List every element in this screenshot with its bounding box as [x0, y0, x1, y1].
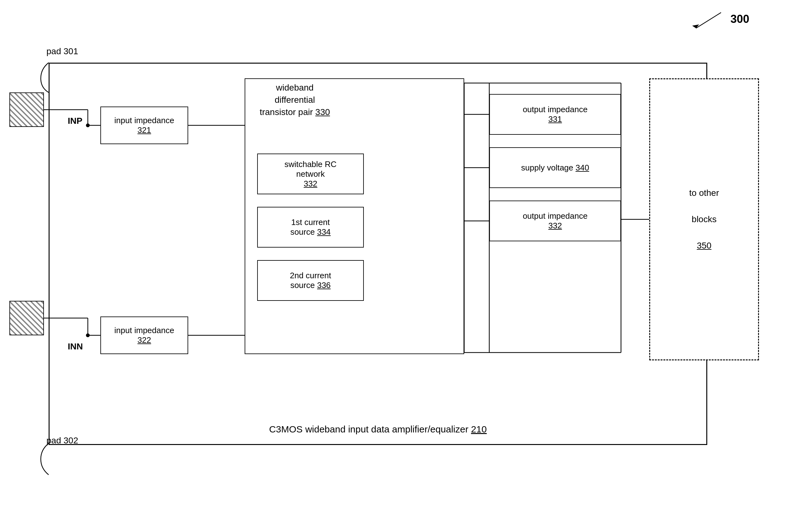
wideband-label: wideband differential transistor pair 33… — [248, 82, 342, 118]
other-blocks-box: to other blocks 350 — [649, 78, 759, 360]
arrow-300-icon — [690, 9, 727, 34]
svg-line-0 — [696, 12, 721, 28]
output-impedance-331-box: output impedance 331 — [489, 94, 621, 135]
switchable-rc-box: switchable RC network 332 — [257, 154, 364, 194]
main-box-label: C3MOS wideband input data amplifier/equa… — [269, 424, 487, 435]
inp-label: INP — [68, 116, 83, 126]
input-impedance-322-box: input impedance 322 — [100, 316, 188, 354]
current-source-1-box: 1st current source 334 — [257, 207, 364, 248]
output-impedance-332-box: output impedance 332 — [489, 201, 621, 241]
pad-302-label: pad 302 — [47, 435, 78, 446]
ref-number-300: 300 — [730, 12, 749, 26]
pad-301-label: pad 301 — [47, 47, 78, 56]
inn-label: INN — [68, 342, 83, 352]
input-impedance-321-box: input impedance 321 — [100, 106, 188, 144]
current-source-2-box: 2nd current source 336 — [257, 260, 364, 301]
supply-voltage-box: supply voltage 340 — [489, 147, 621, 188]
svg-marker-1 — [692, 25, 699, 28]
pad-bottom — [9, 301, 44, 335]
pad-top — [9, 92, 44, 127]
